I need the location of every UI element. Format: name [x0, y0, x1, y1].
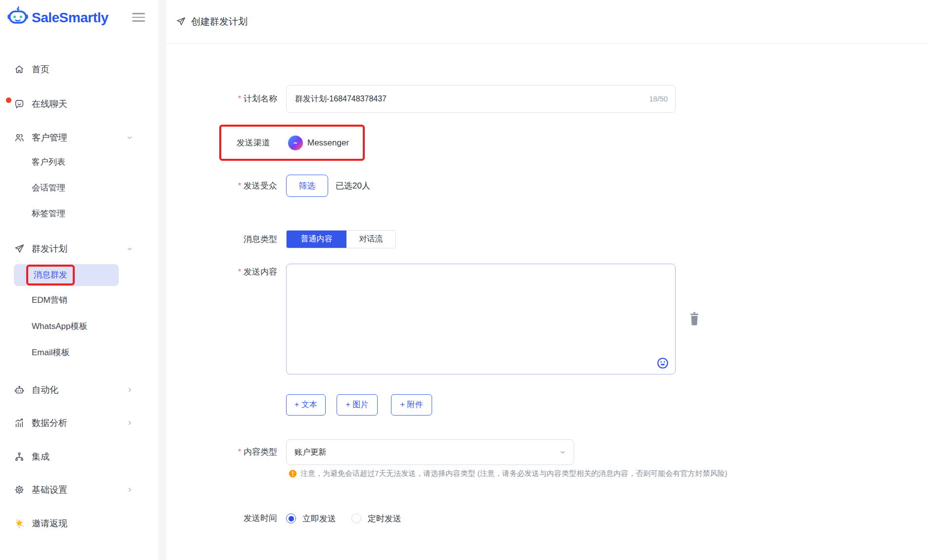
sidebar-item-label: 基础设置	[32, 484, 67, 496]
filter-button[interactable]: 筛选	[286, 175, 328, 197]
audience-label: 发送受众	[166, 175, 277, 197]
sidebar-item-label: Email模板	[32, 347, 70, 358]
send-time-options: 立即发送 定时发送	[286, 509, 401, 528]
sidebar-item-whatsapp-template[interactable]: WhatsApp模板	[0, 316, 158, 336]
sidebar-menu: 首页 在线聊天 客户管理 客户列表 会话管理	[0, 57, 158, 535]
chat-icon	[14, 98, 25, 109]
sidebar-item-session-management[interactable]: 会话管理	[0, 178, 158, 197]
chevron-down-icon	[126, 134, 134, 141]
page-title: 创建群发计划	[191, 15, 247, 28]
chevron-down-icon	[126, 245, 134, 253]
chevron-right-icon	[126, 386, 134, 394]
sidebar-item-label: 集成	[32, 451, 49, 463]
radio-send-scheduled-label[interactable]: 定时发送	[368, 513, 401, 524]
sidebar-item-data-analytics[interactable]: 数据分析	[0, 411, 158, 435]
sidebar-item-label: 群发计划	[32, 243, 67, 255]
gear-icon	[14, 484, 25, 495]
chevron-right-icon	[126, 486, 134, 494]
content-label: 发送内容	[166, 266, 277, 278]
annotation-box-channel: 发送渠道 Messenger	[219, 125, 365, 161]
star-icon	[14, 518, 25, 529]
robot-icon	[14, 384, 25, 395]
integration-icon	[14, 451, 25, 462]
tab-chat-flow[interactable]: 对话流	[346, 231, 395, 248]
char-counter: 18/50	[649, 85, 668, 113]
add-text-button[interactable]: + 文本	[286, 394, 326, 416]
sidebar-item-integration[interactable]: 集成	[0, 445, 158, 468]
chevron-right-icon	[126, 419, 134, 427]
tab-normal-content[interactable]: 普通内容	[287, 231, 346, 248]
sidebar-item-label: 会话管理	[32, 182, 65, 193]
chevron-down-icon	[559, 448, 567, 456]
home-icon	[14, 64, 25, 75]
sidebar-item-label: 客户列表	[32, 156, 65, 168]
sidebar-item-label: 消息群发	[34, 270, 67, 280]
main-panel: 创建群发计划 计划名称 18/50 发送渠道 Messenger 发送受众 筛选…	[166, 0, 928, 560]
sidebar-item-customer-list[interactable]: 客户列表	[0, 152, 158, 172]
sidebar-item-message-mass-send[interactable]: 消息群发	[14, 264, 119, 286]
sidebar-item-invite-cashback[interactable]: 邀请返现	[0, 512, 158, 535]
sidebar-item-livechat[interactable]: 在线聊天	[0, 92, 158, 116]
sidebar-item-home[interactable]: 首页	[0, 57, 158, 81]
sidebar-item-label: 自动化	[32, 384, 58, 396]
sidebar-item-customer-management[interactable]: 客户管理	[0, 126, 158, 149]
sidebar-item-email-template[interactable]: Email模板	[0, 342, 158, 362]
sidebar-item-tag-management[interactable]: 标签管理	[0, 203, 158, 223]
sidebar-item-label: EDM营销	[32, 294, 67, 306]
paper-plane-icon	[14, 243, 25, 254]
content-type-warning: 注意，为避免会话超过7天无法发送，请选择内容类型 (注意，请务必发送与内容类型相…	[289, 469, 728, 478]
plan-name-field-wrap: 18/50	[286, 85, 676, 113]
sidebar-item-basic-settings[interactable]: 基础设置	[0, 478, 158, 502]
notification-dot	[6, 97, 11, 103]
sidebar-item-label: 首页	[32, 63, 49, 75]
brand-name: SaleSmartly	[32, 10, 108, 26]
channel-value: Messenger	[307, 138, 349, 148]
sidebar-item-edm-marketing[interactable]: EDM营销	[0, 290, 158, 310]
radio-send-now-label[interactable]: 立即发送	[302, 513, 336, 524]
hamburger-menu-icon[interactable]	[132, 12, 145, 23]
sidebar-divider	[158, 0, 166, 560]
warning-text: 注意，为避免会话超过7天无法发送，请选择内容类型 (注意，请务必发送与内容类型相…	[300, 469, 728, 478]
sidebar-item-label: WhatsApp模板	[32, 321, 87, 332]
radio-send-now[interactable]	[286, 513, 296, 523]
customers-icon	[14, 132, 25, 143]
add-image-button[interactable]: + 图片	[337, 394, 378, 416]
add-attachment-button[interactable]: + 附件	[391, 394, 432, 416]
radio-send-scheduled[interactable]	[351, 513, 361, 523]
audience-selected-count: 已选20人	[336, 175, 370, 197]
sidebar-item-label: 标签管理	[32, 208, 65, 219]
sidebar-item-label: 在线聊天	[32, 98, 67, 110]
sidebar-item-mass-send-plan[interactable]: 群发计划	[0, 237, 158, 261]
content-type-label: 内容类型	[166, 439, 277, 465]
content-textarea[interactable]	[286, 264, 676, 374]
emoji-icon[interactable]	[656, 357, 669, 370]
channel-label: 发送渠道	[237, 137, 277, 148]
plan-name-label: 计划名称	[166, 85, 277, 113]
sidebar-item-label: 客户管理	[32, 132, 67, 143]
content-type-value: 账户更新	[294, 447, 326, 458]
message-type-label: 消息类型	[166, 230, 277, 248]
analytics-icon	[14, 418, 25, 428]
trash-icon[interactable]	[688, 312, 701, 326]
sidebar: SaleSmartly 首页 在线聊天 客户管理	[0, 0, 158, 560]
annotation-box-sidebar: 消息群发	[26, 265, 75, 285]
message-type-tabs: 普通内容 对话流	[286, 230, 396, 248]
sidebar-item-label: 数据分析	[32, 417, 67, 429]
sidebar-item-automation[interactable]: 自动化	[0, 378, 158, 402]
brand-header: SaleSmartly	[7, 5, 158, 31]
plan-name-input[interactable]	[286, 85, 676, 113]
robot-logo-icon	[7, 6, 29, 30]
sidebar-item-label: 邀请返现	[32, 517, 67, 529]
send-time-label: 发送时间	[166, 509, 277, 528]
content-field-wrap	[286, 264, 676, 374]
paper-plane-icon	[176, 16, 186, 27]
messenger-icon	[288, 136, 303, 150]
warning-icon	[289, 469, 297, 478]
app-window: SaleSmartly 首页 在线聊天 客户管理	[0, 0, 928, 560]
content-type-select[interactable]: 账户更新	[286, 439, 574, 465]
page-header: 创建群发计划	[166, 0, 928, 44]
